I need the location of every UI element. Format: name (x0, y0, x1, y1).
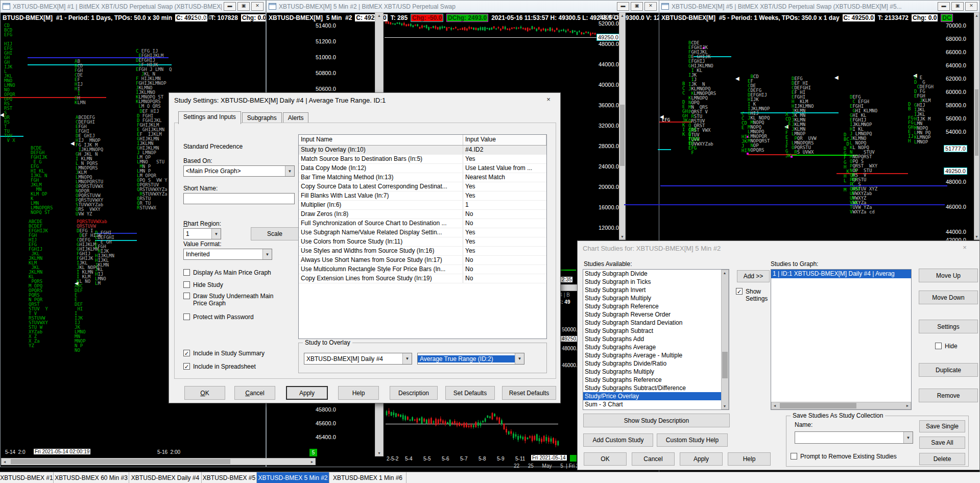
checkbox-hide-study[interactable]: Hide Study (183, 281, 285, 288)
study-settings-titlebar[interactable]: Study Settings: XBTUSD-BMEX[M] Daily #4 … (169, 93, 560, 107)
inputs-table[interactable]: Input Name Input Value Study to Overlay … (298, 134, 547, 339)
close-icon[interactable]: × (541, 95, 556, 103)
study-list-item[interactable]: Study Subgraph Invert (583, 286, 729, 294)
chevron-down-icon[interactable]: ▼ (515, 353, 524, 364)
input-row[interactable]: Study to Overlay (In:10)#4.ID2 (299, 146, 546, 155)
tab-alerts[interactable]: Alerts (283, 112, 309, 124)
study-list-item[interactable]: Study Subgraph Reference (583, 302, 729, 310)
studies-available-list[interactable]: Study Subgraph DivideStudy Subgraph in T… (583, 269, 729, 410)
add-study-button[interactable]: Add >> (737, 270, 770, 282)
short-name-input[interactable] (183, 193, 295, 204)
chart-tab-3[interactable]: XBTUSD-BMEX Daily #4 (129, 472, 202, 483)
chart-region-combo[interactable]: 1 ▼ (183, 228, 221, 239)
vertical-scrollbar[interactable]: ▲▼ (974, 12, 979, 240)
checkbox-include-in-study-summary[interactable]: ✓Include in Study Summary (183, 350, 285, 357)
maximize-icon[interactable]: ▣ (951, 2, 964, 11)
studies-to-graph-list[interactable]: 1 | ID:1 XBTUSD-BMEX[M] Daily #4 | Avera… (771, 269, 912, 410)
chart-tab-6[interactable]: XBTUSD-BMEX 1 Min #6 (329, 472, 407, 483)
input-row[interactable]: Multiplier (In:6)1 (299, 201, 546, 210)
study-list-item[interactable]: Study Subgraphs Divide/Ratio (583, 359, 729, 368)
input-row[interactable]: Use Styles and Widths from Source Study … (299, 247, 546, 256)
collection-name-combo[interactable]: ▼ (795, 431, 913, 444)
custom-study-help-button[interactable]: Custom Study Help (657, 433, 728, 447)
window2-titlebar[interactable]: XBTUSD-BMEX[M] 5 Min #2 | BitMEX XBT/USD… (267, 1, 659, 13)
study-list-item[interactable]: Study Subgraph Subtract (583, 327, 729, 335)
help-button[interactable]: Help (338, 386, 379, 400)
chevron-down-icon[interactable]: ▼ (402, 353, 412, 364)
study-list-item[interactable]: Study Subgraphs Reference (583, 376, 729, 384)
study-list-item[interactable]: Sum - 3 Chart (583, 400, 729, 408)
close-icon[interactable]: × (957, 244, 972, 251)
delete-button[interactable]: Delete (919, 453, 965, 465)
input-row[interactable]: Fill Blanks With Last Value (In:7)Yes (299, 191, 546, 201)
study-list-item[interactable]: Sum/Ratio - 2 Chart (583, 408, 729, 410)
ok-button[interactable]: OK (584, 452, 627, 466)
scale-button[interactable]: Scale (251, 227, 299, 240)
chevron-down-icon[interactable]: ▼ (211, 229, 221, 239)
add-custom-study-button[interactable]: Add Custom Study (583, 433, 653, 447)
input-row[interactable]: Copy Source Data to Latest Corresponding… (299, 182, 546, 191)
move-down-button[interactable]: Move Down (919, 291, 978, 304)
minimize-icon[interactable]: ▬ (224, 2, 236, 11)
checkbox-draw-study-underneath-main-price-graph[interactable]: Draw Study Underneath Main Price Graph (183, 293, 285, 307)
study-list-item[interactable]: Study Subgraphs Subtract/Difference (583, 384, 729, 392)
minimize-icon[interactable]: ▬ (617, 2, 629, 11)
input-row[interactable]: Full Synchronization of Source Chart to … (299, 219, 546, 228)
chart-tab-4[interactable]: XBTUSD-BMEX #5 (202, 472, 257, 483)
input-row[interactable]: Match Source Bars to Destination Bars (I… (299, 155, 546, 164)
input-row[interactable]: Copy Extension Lines from Source Study (… (299, 274, 546, 283)
input-row[interactable]: Use Subgraph Name/Value Related Display … (299, 228, 546, 237)
based-on-combo[interactable]: <Main Price Graph> ▼ (183, 165, 295, 177)
study-list-item[interactable]: Study Subgraph in Ticks (583, 278, 729, 286)
window3-titlebar[interactable]: XBTUSD-BMEX[M] #5 | BitMEX XBT/USD Perpe… (659, 1, 979, 13)
minimize-icon[interactable]: ▬ (938, 2, 950, 11)
study-list-item[interactable]: Study Subgraphs Add (583, 335, 729, 343)
close-icon[interactable]: ✕ (644, 2, 657, 11)
apply-button[interactable]: Apply (286, 386, 328, 400)
tab-settings-and-inputs[interactable]: Settings and Inputs (178, 111, 241, 124)
tab-subgraphs[interactable]: Subgraphs (242, 112, 282, 124)
close-icon[interactable]: ✕ (251, 2, 264, 11)
chart-studies-titlebar[interactable]: Chart Studies for: XBTUSD-BMEX[M] 5 Min … (578, 241, 979, 255)
apply-button[interactable]: Apply (680, 452, 723, 466)
reset-defaults-button[interactable]: Reset Defaults (502, 386, 556, 400)
input-row[interactable]: Bar Time Matching Method (In:13)Nearest … (299, 173, 546, 182)
chevron-down-icon[interactable]: ▼ (262, 249, 272, 259)
chart-tab-1[interactable]: XBTUSD-BMEX #1 (0, 472, 54, 483)
study-list-item[interactable]: Study/Price Overlay (583, 392, 729, 400)
maximize-icon[interactable]: ▣ (237, 2, 250, 11)
cancel-button[interactable]: Cancel (632, 452, 675, 466)
save-all-button[interactable]: Save All (919, 437, 965, 449)
remove-button[interactable]: Remove (919, 389, 978, 402)
value-format-combo[interactable]: Inherited ▼ (183, 249, 272, 260)
ok-button[interactable]: OK (184, 386, 225, 400)
w1-hscrollbar[interactable]: ◄► (1, 458, 316, 465)
study-list-item[interactable]: Study Subgraph Reverse Order (583, 310, 729, 319)
move-up-button[interactable]: Move Up (919, 269, 978, 282)
input-row[interactable]: Always Use Short Names from Source Study… (299, 256, 546, 265)
input-row[interactable]: Use Colors from Source Study (In:11)Yes (299, 237, 546, 247)
chart-tab-2[interactable]: XBTUSD-BMEX 60 Min #3 (54, 472, 129, 483)
study-list-item[interactable]: Study Subgraph Standard Deviation (583, 319, 729, 327)
input-row[interactable]: Data Copy Mode (In:12)Use Latest Value f… (299, 164, 546, 173)
help-button[interactable]: Help (728, 452, 771, 466)
maximize-icon[interactable]: ▣ (631, 2, 643, 11)
description-button[interactable]: Description (390, 386, 438, 400)
settings-button[interactable]: Settings (919, 320, 978, 333)
chevron-down-icon[interactable]: ▼ (903, 432, 913, 443)
checkbox-protect-with-password[interactable]: Protect with Password (183, 313, 285, 321)
show-study-description-button[interactable]: Show Study Description (583, 414, 730, 427)
study-list-item[interactable]: Study Subgraph Multiply (583, 294, 729, 302)
duplicate-button[interactable]: Duplicate (919, 363, 978, 377)
study-list-item[interactable]: Study Subgraph Divide (583, 270, 729, 278)
overlay-study-combo[interactable]: Average True Range (ID:2) ▼ (417, 353, 524, 365)
overlay-chart-combo[interactable]: XBTUSD-BMEX[M] Daily #4 ▼ (304, 353, 412, 365)
close-icon[interactable]: ✕ (965, 2, 977, 11)
hide-checkbox[interactable]: Hide (935, 343, 958, 350)
set-defaults-button[interactable]: Set Defaults (445, 386, 495, 400)
window1-titlebar[interactable]: XBTUSD-BMEX[M] #1 | BitMEX XBT/USD Perpe… (1, 1, 266, 13)
study-to-graph-item[interactable]: 1 | ID:1 XBTUSD-BMEX[M] Daily #4 | Avera… (771, 270, 911, 278)
study-list-item[interactable]: Study Subgraphs Average (583, 343, 729, 351)
study-list-item[interactable]: Study Subgraphs Multiply (583, 368, 729, 376)
input-row[interactable]: Use Multicolumn Rectangle Style For Pric… (299, 265, 546, 274)
